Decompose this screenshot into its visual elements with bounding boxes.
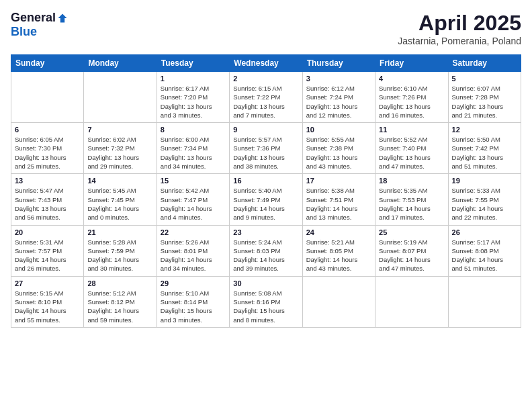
day-number: 21 — [87, 228, 152, 236]
day-number: 17 — [306, 177, 371, 185]
day-number: 16 — [233, 177, 298, 185]
calendar-cell: 2Sunrise: 6:15 AM Sunset: 7:22 PM Daylig… — [230, 72, 302, 123]
day-detail: Sunrise: 5:50 AM Sunset: 7:42 PM Dayligh… — [452, 135, 517, 171]
day-detail: Sunrise: 6:17 AM Sunset: 7:20 PM Dayligh… — [161, 84, 226, 120]
calendar-cell: 14Sunrise: 5:45 AM Sunset: 7:45 PM Dayli… — [84, 174, 157, 225]
day-detail: Sunrise: 5:47 AM Sunset: 7:43 PM Dayligh… — [15, 186, 80, 222]
calendar-week-row: 6Sunrise: 6:05 AM Sunset: 7:30 PM Daylig… — [11, 123, 521, 174]
calendar-cell: 27Sunrise: 5:15 AM Sunset: 8:10 PM Dayli… — [11, 276, 84, 327]
day-number: 11 — [379, 126, 444, 134]
day-number: 5 — [452, 75, 517, 83]
calendar-header-row: SundayMondayTuesdayWednesdayThursdayFrid… — [11, 55, 521, 72]
calendar-cell: 23Sunrise: 5:24 AM Sunset: 8:03 PM Dayli… — [230, 225, 302, 276]
day-header-wednesday: Wednesday — [230, 55, 302, 72]
day-detail: Sunrise: 5:12 AM Sunset: 8:12 PM Dayligh… — [87, 289, 152, 324]
calendar-cell: 16Sunrise: 5:40 AM Sunset: 7:49 PM Dayli… — [230, 174, 302, 225]
day-detail: Sunrise: 5:42 AM Sunset: 7:47 PM Dayligh… — [161, 186, 226, 222]
calendar-cell: 22Sunrise: 5:26 AM Sunset: 8:01 PM Dayli… — [157, 225, 229, 276]
calendar-week-row: 27Sunrise: 5:15 AM Sunset: 8:10 PM Dayli… — [11, 276, 521, 327]
day-number: 15 — [161, 177, 226, 185]
day-number: 24 — [306, 228, 371, 236]
day-detail: Sunrise: 5:24 AM Sunset: 8:03 PM Dayligh… — [233, 238, 298, 273]
day-detail: Sunrise: 5:33 AM Sunset: 7:55 PM Dayligh… — [452, 186, 517, 222]
calendar-cell — [84, 72, 157, 123]
calendar-cell: 9Sunrise: 5:57 AM Sunset: 7:36 PM Daylig… — [230, 123, 302, 174]
day-detail: Sunrise: 6:10 AM Sunset: 7:26 PM Dayligh… — [379, 84, 444, 120]
day-detail: Sunrise: 5:31 AM Sunset: 7:57 PM Dayligh… — [15, 238, 80, 273]
svg-marker-0 — [58, 13, 67, 22]
day-number: 2 — [233, 75, 298, 83]
day-detail: Sunrise: 5:57 AM Sunset: 7:36 PM Dayligh… — [233, 135, 298, 171]
calendar-cell: 6Sunrise: 6:05 AM Sunset: 7:30 PM Daylig… — [11, 123, 84, 174]
day-detail: Sunrise: 5:35 AM Sunset: 7:53 PM Dayligh… — [379, 186, 444, 222]
calendar-cell: 10Sunrise: 5:55 AM Sunset: 7:38 PM Dayli… — [302, 123, 375, 174]
day-detail: Sunrise: 5:17 AM Sunset: 8:08 PM Dayligh… — [452, 238, 517, 273]
day-header-tuesday: Tuesday — [157, 55, 229, 72]
logo-icon — [57, 13, 68, 24]
day-detail: Sunrise: 5:15 AM Sunset: 8:10 PM Dayligh… — [15, 289, 80, 324]
day-detail: Sunrise: 5:52 AM Sunset: 7:40 PM Dayligh… — [379, 135, 444, 171]
calendar-table: SundayMondayTuesdayWednesdayThursdayFrid… — [11, 54, 521, 328]
header: General Blue April 2025 Jastarnia, Pomer… — [11, 11, 521, 46]
month-title: April 2025 — [398, 11, 521, 36]
day-header-monday: Monday — [84, 55, 157, 72]
calendar-cell — [11, 72, 84, 123]
calendar-cell: 5Sunrise: 6:07 AM Sunset: 7:28 PM Daylig… — [448, 72, 521, 123]
calendar-cell: 20Sunrise: 5:31 AM Sunset: 7:57 PM Dayli… — [11, 225, 84, 276]
location-title: Jastarnia, Pomerania, Poland — [398, 36, 521, 46]
calendar-cell: 7Sunrise: 6:02 AM Sunset: 7:32 PM Daylig… — [84, 123, 157, 174]
calendar-cell: 25Sunrise: 5:19 AM Sunset: 8:07 PM Dayli… — [375, 225, 448, 276]
calendar-cell: 28Sunrise: 5:12 AM Sunset: 8:12 PM Dayli… — [84, 276, 157, 327]
day-number: 20 — [15, 228, 80, 236]
calendar-cell: 24Sunrise: 5:21 AM Sunset: 8:05 PM Dayli… — [302, 225, 375, 276]
calendar-cell — [448, 276, 521, 327]
day-number: 22 — [161, 228, 226, 236]
calendar-cell: 8Sunrise: 6:00 AM Sunset: 7:34 PM Daylig… — [157, 123, 229, 174]
day-number: 1 — [161, 75, 226, 83]
day-header-saturday: Saturday — [448, 55, 521, 72]
day-number: 29 — [161, 279, 226, 287]
calendar-cell: 13Sunrise: 5:47 AM Sunset: 7:43 PM Dayli… — [11, 174, 84, 225]
calendar-week-row: 1Sunrise: 6:17 AM Sunset: 7:20 PM Daylig… — [11, 72, 521, 123]
calendar-cell: 3Sunrise: 6:12 AM Sunset: 7:24 PM Daylig… — [302, 72, 375, 123]
day-number: 23 — [233, 228, 298, 236]
logo-blue-text: Blue — [11, 25, 37, 39]
calendar-cell: 17Sunrise: 5:38 AM Sunset: 7:51 PM Dayli… — [302, 174, 375, 225]
calendar-cell — [375, 276, 448, 327]
day-detail: Sunrise: 5:19 AM Sunset: 8:07 PM Dayligh… — [379, 238, 444, 273]
day-number: 10 — [306, 126, 371, 134]
day-number: 30 — [233, 279, 298, 287]
calendar-cell: 19Sunrise: 5:33 AM Sunset: 7:55 PM Dayli… — [448, 174, 521, 225]
day-number: 13 — [15, 177, 80, 185]
day-number: 25 — [379, 228, 444, 236]
day-number: 6 — [15, 126, 80, 134]
day-detail: Sunrise: 6:07 AM Sunset: 7:28 PM Dayligh… — [452, 84, 517, 120]
day-header-thursday: Thursday — [302, 55, 375, 72]
day-detail: Sunrise: 5:55 AM Sunset: 7:38 PM Dayligh… — [306, 135, 371, 171]
day-detail: Sunrise: 5:10 AM Sunset: 8:14 PM Dayligh… — [161, 289, 226, 324]
calendar-week-row: 20Sunrise: 5:31 AM Sunset: 7:57 PM Dayli… — [11, 225, 521, 276]
day-detail: Sunrise: 5:28 AM Sunset: 7:59 PM Dayligh… — [87, 238, 152, 273]
day-number: 9 — [233, 126, 298, 134]
day-number: 3 — [306, 75, 371, 83]
day-detail: Sunrise: 6:15 AM Sunset: 7:22 PM Dayligh… — [233, 84, 298, 120]
day-number: 7 — [87, 126, 152, 134]
calendar-cell: 29Sunrise: 5:10 AM Sunset: 8:14 PM Dayli… — [157, 276, 229, 327]
day-header-friday: Friday — [375, 55, 448, 72]
day-detail: Sunrise: 6:05 AM Sunset: 7:30 PM Dayligh… — [15, 135, 80, 171]
calendar-cell: 26Sunrise: 5:17 AM Sunset: 8:08 PM Dayli… — [448, 225, 521, 276]
calendar-cell: 21Sunrise: 5:28 AM Sunset: 7:59 PM Dayli… — [84, 225, 157, 276]
day-detail: Sunrise: 5:45 AM Sunset: 7:45 PM Dayligh… — [87, 186, 152, 222]
day-number: 4 — [379, 75, 444, 83]
day-detail: Sunrise: 6:00 AM Sunset: 7:34 PM Dayligh… — [161, 135, 226, 171]
calendar-cell — [302, 276, 375, 327]
day-number: 14 — [87, 177, 152, 185]
calendar-cell: 1Sunrise: 6:17 AM Sunset: 7:20 PM Daylig… — [157, 72, 229, 123]
day-number: 19 — [452, 177, 517, 185]
title-area: April 2025 Jastarnia, Pomerania, Poland — [398, 11, 521, 46]
day-number: 8 — [161, 126, 226, 134]
calendar-cell: 11Sunrise: 5:52 AM Sunset: 7:40 PM Dayli… — [375, 123, 448, 174]
day-detail: Sunrise: 6:12 AM Sunset: 7:24 PM Dayligh… — [306, 84, 371, 120]
calendar-cell: 18Sunrise: 5:35 AM Sunset: 7:53 PM Dayli… — [375, 174, 448, 225]
calendar-cell: 15Sunrise: 5:42 AM Sunset: 7:47 PM Dayli… — [157, 174, 229, 225]
